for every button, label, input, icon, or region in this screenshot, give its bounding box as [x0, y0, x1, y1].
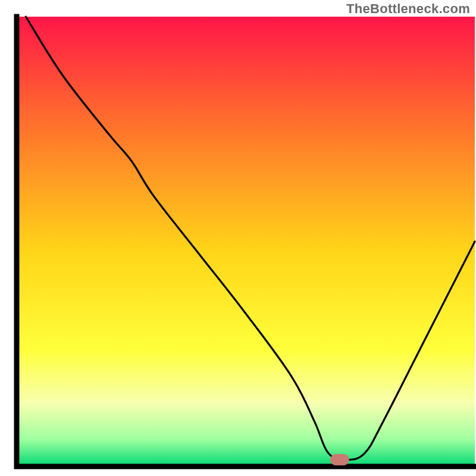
plot-background — [17, 17, 475, 466]
watermark-text: TheBottleneck.com — [346, 1, 470, 17]
chart-container: TheBottleneck.com — [0, 0, 476, 476]
optimum-marker — [330, 455, 349, 465]
chart-svg — [0, 0, 476, 476]
